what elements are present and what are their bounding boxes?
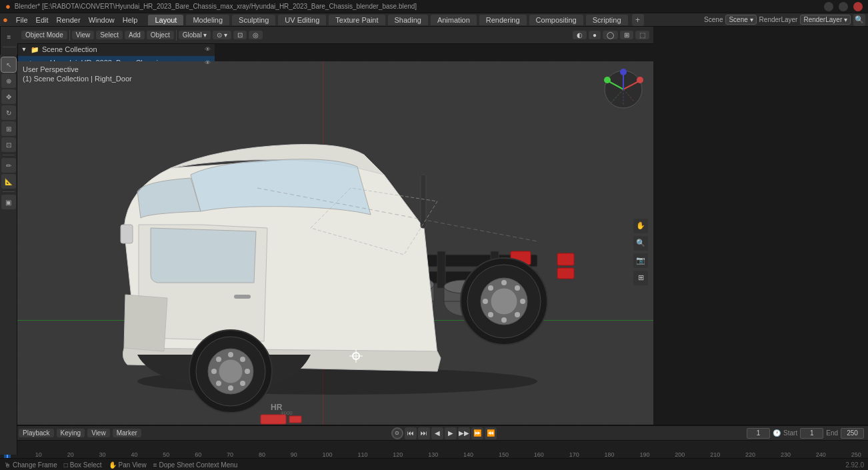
svg-rect-11 [557, 268, 574, 279]
close-btn[interactable] [853, 2, 863, 11]
change-frame-label: Change Frame [13, 461, 57, 469]
viewport-move-icon[interactable]: ✋ [633, 219, 648, 233]
menu-help[interactable]: Help [119, 15, 142, 25]
menu-render[interactable]: Render [53, 15, 85, 25]
view-layer-dropdown[interactable]: RenderLayer ▾ [800, 15, 851, 25]
select-tool-btn[interactable]: ↖ [1, 57, 16, 72]
viewport-grid-icon[interactable]: ⊞ [633, 271, 648, 285]
transform-space-btn[interactable]: Global ▾ [179, 31, 211, 39]
step-back-btn[interactable]: ◀ [431, 427, 443, 439]
tab-texture-paint[interactable]: Texture Paint [329, 15, 385, 25]
svg-point-28 [515, 312, 520, 317]
3d-cursor [349, 349, 363, 363]
window-title: Blender* [E:\RABOTA\CONVERT\Hyundai_HR_2… [15, 3, 820, 10]
svg-text:Y: Y [605, 77, 609, 83]
tab-scripting[interactable]: Scripting [586, 15, 628, 25]
jump-next-keyframe-btn[interactable]: ⏩ [471, 427, 483, 439]
tab-shading[interactable]: Shading [388, 15, 428, 25]
start-label: Start [783, 429, 797, 437]
rotate-tool-btn[interactable]: ↻ [1, 105, 16, 120]
play-btn[interactable]: ▶ [445, 427, 457, 439]
move-tool-btn[interactable]: ✥ [1, 89, 16, 104]
svg-text:Z: Z [621, 69, 624, 75]
viewport-shading-solid-btn[interactable]: ◐ [573, 31, 587, 39]
transform-pivot-btn[interactable]: ⊙ ▾ [213, 31, 231, 39]
status-pan-view: ✋ Pan View [109, 461, 147, 469]
header-sep-2 [176, 30, 177, 41]
cursor-tool-btn[interactable]: ⊕ [1, 73, 16, 88]
viewport-3d[interactable]: User Perspective (1) Scene Collection | … [17, 61, 653, 442]
proportional-edit-btn[interactable]: ◎ [249, 31, 263, 39]
frame-circle-btn[interactable]: ⊙ [391, 427, 403, 439]
playback-menu-btn[interactable]: Playback [19, 429, 54, 437]
svg-point-37 [245, 369, 250, 374]
svg-point-23 [501, 317, 507, 323]
view-menu-btn[interactable]: View [87, 429, 110, 437]
svg-point-41 [240, 381, 245, 386]
viewport-overlay-btn[interactable]: ⊞ [620, 31, 633, 39]
status-change-frame: 🖱 Change Frame [4, 461, 57, 469]
svg-point-39 [240, 357, 245, 362]
end-frame-input[interactable] [841, 428, 864, 439]
menu-file[interactable]: File [12, 15, 32, 25]
menu-window[interactable]: Window [85, 15, 119, 25]
snap-btn[interactable]: ⊡ [233, 31, 247, 39]
svg-point-34 [219, 359, 243, 383]
svg-point-35 [228, 352, 233, 357]
svg-text:4000: 4000 [281, 410, 293, 416]
marker-menu-btn[interactable]: Marker [113, 429, 141, 437]
view-menu-btn[interactable]: View [72, 31, 95, 39]
add-workspace-btn[interactable]: + [632, 14, 644, 26]
viewport-zoom-icon[interactable]: 🔍 [633, 236, 648, 251]
keying-menu-btn[interactable]: Keying [57, 429, 85, 437]
tab-animation[interactable]: Animation [431, 15, 477, 25]
jump-start-btn[interactable]: ⏮ [405, 427, 417, 439]
tab-rendering[interactable]: Rendering [479, 15, 527, 25]
svg-point-25 [483, 299, 488, 304]
box-icon: □ [64, 461, 68, 469]
tab-modeling[interactable]: Modeling [186, 15, 229, 25]
maximize-btn[interactable] [839, 2, 848, 11]
viewport-shading-rendered-btn[interactable]: ● [589, 31, 601, 39]
viewport-shading-wire-btn[interactable]: ◯ [603, 31, 618, 39]
main-area: ↖ ⊕ ✥ ↻ ⊞ ⊡ ✏ 📐 ▣ Object Mode View Selec… [0, 27, 868, 425]
visibility-eye-icon[interactable]: 👁 [203, 45, 212, 54]
viewport-perspective-label: User Perspective [23, 65, 79, 73]
jump-end-btn[interactable]: ⏪ [485, 427, 497, 439]
object-mode-btn[interactable]: Object Mode [21, 31, 67, 39]
svg-point-24 [520, 299, 525, 304]
add-cube-btn[interactable]: ▣ [1, 195, 16, 209]
search-btn[interactable]: 🔍 [853, 14, 865, 26]
svg-point-26 [515, 285, 520, 291]
orientation-gizmo[interactable]: X Y Z [602, 68, 645, 111]
timeline-header: ⏱ Playback Keying View Marker ⊙ ⏮ ⏭ ◀ ▶ … [0, 426, 868, 441]
viewport-xray-btn[interactable]: ⬚ [635, 31, 649, 39]
scene-dropdown[interactable]: Scene ▾ [725, 15, 756, 25]
minimize-btn[interactable] [824, 2, 833, 11]
current-frame-input[interactable] [747, 428, 770, 439]
tab-compositing[interactable]: Compositing [529, 15, 583, 25]
annotate-tool-btn[interactable]: ✏ [1, 158, 16, 173]
measure-tool-btn[interactable]: 📐 [1, 174, 16, 189]
step-forward-btn[interactable]: ▶▶ [458, 427, 470, 439]
object-menu-btn[interactable]: Object [147, 31, 174, 39]
add-menu-btn[interactable]: Add [125, 31, 145, 39]
svg-point-29 [488, 285, 493, 291]
menu-edit[interactable]: Edit [32, 15, 53, 25]
tab-layout[interactable]: Layout [148, 15, 183, 25]
svg-point-21 [491, 288, 517, 315]
start-frame-input[interactable] [800, 428, 823, 439]
svg-point-38 [211, 369, 217, 374]
menu-bar: ● File Edit Render Window Help Layout Mo… [0, 13, 868, 27]
tab-sculpting[interactable]: Sculpting [232, 15, 275, 25]
scale-tool-btn[interactable]: ⊞ [1, 121, 16, 136]
transform-tool-btn[interactable]: ⊡ [1, 137, 16, 152]
viewport-area: Object Mode View Select Add Object Globa… [17, 27, 653, 425]
outliner-icon-btn[interactable]: ≡ [2, 29, 17, 44]
select-menu-btn[interactable]: Select [96, 31, 123, 39]
viewport-camera-icon[interactable]: 📷 [633, 253, 648, 268]
jump-prev-keyframe-btn[interactable]: ⏭ [418, 427, 430, 439]
context-menu-label: Dope Sheet Context Menu [159, 461, 237, 469]
visibility-eye-icon-2[interactable]: 👁 [203, 58, 212, 67]
tab-uv-editing[interactable]: UV Editing [278, 15, 326, 25]
